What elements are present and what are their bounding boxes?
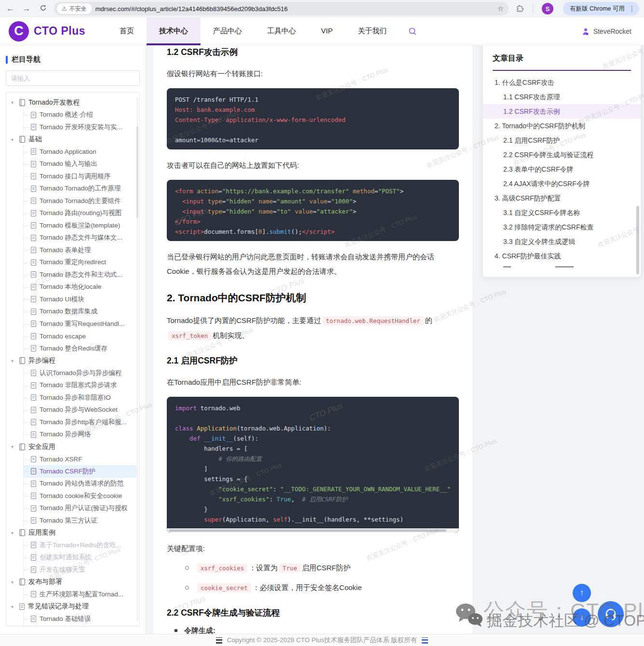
tree-group[interactable]: ▾异步编程 xyxy=(9,355,136,367)
horizontal-scrollbar[interactable] xyxy=(167,528,459,533)
tree-item[interactable]: 基于Tornado+Redis的贪吃... xyxy=(24,539,136,552)
tree-item-label: Tornado UI模块 xyxy=(40,295,84,304)
nav-item[interactable]: 首页 xyxy=(107,17,147,45)
url-text[interactable]: mdrsec.com/#/ctoplus_article/12a4146b6b8… xyxy=(95,5,491,13)
tree-group[interactable]: ▾发布与部署 xyxy=(9,576,136,589)
tree-item[interactable]: Tornado 重写RequestHandl... xyxy=(24,318,136,330)
tree-item-label: Tornado 本地化locale xyxy=(40,283,101,291)
scrollbar-thumb[interactable] xyxy=(169,529,446,532)
nav-item[interactable]: 技术中心 xyxy=(147,17,201,45)
toc-item[interactable]: 1.2 CSRF攻击示例 xyxy=(483,104,641,119)
scroll-top-button[interactable]: ↑ xyxy=(573,584,591,602)
code-token: # 启用CSRF防护 xyxy=(302,496,348,503)
page-icon xyxy=(31,198,36,204)
tree-item[interactable]: 认识Tornado异步与异步编程 xyxy=(24,367,136,379)
toc-item[interactable]: 3.1 自定义CSRF令牌名称 xyxy=(483,205,641,220)
toolbar-divider xyxy=(533,4,533,13)
toc-item[interactable]: 1.1 CSRF攻击原理 xyxy=(483,90,641,104)
tree-group[interactable]: ▾Tornado开发教程 xyxy=(9,96,136,109)
site-logo[interactable]: C CTO Plus xyxy=(0,21,107,41)
profile-avatar[interactable]: S xyxy=(542,3,553,14)
tree-item[interactable]: Tornado 数据库集成 xyxy=(24,306,136,318)
wechat-icon[interactable] xyxy=(455,602,485,630)
scroll-bottom-button[interactable]: ↓ xyxy=(573,608,591,627)
tree-item[interactable]: Tornado 输入与输出 xyxy=(24,158,136,171)
tree-item[interactable]: Tornado 第三方认证 xyxy=(24,514,136,527)
tree-item[interactable]: Tornado XSRF xyxy=(24,453,136,466)
sidebar-scrollbar-thumb[interactable] xyxy=(136,126,138,218)
tree-item[interactable]: Tornado 异步和非阻塞IO xyxy=(24,391,136,404)
browser-menu-icon[interactable]: ⋮ xyxy=(629,5,635,13)
logo-icon: C xyxy=(9,21,29,41)
customer-service-button[interactable] xyxy=(598,601,624,627)
page-icon xyxy=(31,542,36,548)
tree-item[interactable]: Tornado 静态文件和主动式... xyxy=(24,269,136,281)
tree-group[interactable]: ▾应用案例 xyxy=(9,527,136,539)
tree-item[interactable]: Tornado 静态文件与媒体文... xyxy=(24,232,136,244)
tree-item[interactable]: Tornado 重定向redirect xyxy=(24,256,136,269)
tree-group-label: Tornado开发教程 xyxy=(28,98,80,107)
toc-item[interactable]: 3. 高级CSRF防护配置 xyxy=(483,191,641,205)
chrome-update-button[interactable]: 有新版 Chrome 可用⋮ xyxy=(563,2,639,15)
back-icon[interactable]: ← xyxy=(5,4,15,13)
tree-item[interactable]: Tornado Tornado的主要组件 xyxy=(24,195,136,207)
nav-item[interactable]: VIP xyxy=(309,17,345,45)
nav-item[interactable]: 关于我们 xyxy=(345,17,399,45)
tree-item[interactable]: Tornado 本地化locale xyxy=(24,281,136,294)
tree-group[interactable]: ▾基础 xyxy=(9,134,136,146)
user-menu[interactable]: SteveRocket xyxy=(581,27,644,36)
address-bar[interactable]: ⚠不安全 mdrsec.com/#/ctoplus_article/12a414… xyxy=(54,2,509,15)
tree-item[interactable]: Tornado escape xyxy=(24,330,136,343)
reload-icon[interactable] xyxy=(38,4,48,13)
tree-item[interactable]: Tornado 异步与WebSocket xyxy=(24,404,136,417)
tree-item[interactable]: Tornado UI模块 xyxy=(24,293,136,306)
tree-item[interactable]: Tornado 路由(routing)与视图 xyxy=(24,207,136,220)
header-search[interactable] xyxy=(408,27,417,36)
tree-group[interactable]: ▾常见错误记录与处理 xyxy=(9,601,136,613)
tree-item[interactable]: Tornado 非阻塞式异步请求 xyxy=(24,379,136,392)
tree-item[interactable]: Tornado Tornado的工作原理 xyxy=(24,183,136,195)
code-line: def __init__(self): xyxy=(175,433,451,444)
tree-children: Tornado 基础错误 xyxy=(23,613,136,625)
forward-icon[interactable]: → xyxy=(21,4,32,13)
toc-item[interactable]: 3.3 自定义令牌生成逻辑 xyxy=(483,234,641,249)
tree-item[interactable]: Tornado CSRF防护 xyxy=(24,465,136,478)
toc-item[interactable]: 2. Tornado中的CSRF防护机制 xyxy=(483,119,641,133)
bookmark-star-icon[interactable]: ☆ xyxy=(495,4,507,13)
code-block: import tornado.web class Application(tor… xyxy=(167,397,459,533)
tree-item[interactable]: 开发在线聊天室 xyxy=(24,564,136,576)
extensions-icon[interactable] xyxy=(516,5,524,13)
tree-item-label: Tornado 异步网络 xyxy=(40,430,91,439)
tree-item[interactable]: Tornado 异步网络 xyxy=(24,429,136,441)
code-token xyxy=(175,198,182,205)
sidebar-search-input[interactable] xyxy=(6,70,140,86)
tree-item[interactable]: 创建实时通知系统 xyxy=(24,552,136,564)
tree-item[interactable]: Tornado 整合Redis缓存 xyxy=(24,342,136,355)
toc-item[interactable]: 2.2 CSRF令牌生成与验证流程 xyxy=(483,148,641,162)
tree-item[interactable]: Tornado 用户认证(验证)与授权 xyxy=(24,502,136,515)
tree-item[interactable]: Tornado 跨站伪造请求的防范 xyxy=(24,478,136,490)
tree-item[interactable]: Tornado Application xyxy=(24,146,136,158)
tree-group[interactable]: ▾安全应用 xyxy=(9,441,136,453)
nav-item[interactable]: 工具中心 xyxy=(255,17,309,45)
tree-item[interactable]: 生产环境部署与配置Tornad... xyxy=(24,588,136,601)
sidebar-title-text: 栏目导航 xyxy=(12,55,40,64)
toc-scrollbar-thumb[interactable] xyxy=(636,206,639,274)
toc-item[interactable]: 2.1 启用CSRF防护 xyxy=(483,133,641,148)
tree-item[interactable]: Tornado 开发环境安装与实... xyxy=(24,121,136,134)
tree-item[interactable]: Tornado 表单处理 xyxy=(24,244,136,256)
toc-item[interactable]: 3.2 排除特定请求的CSRF检查 xyxy=(483,220,641,234)
tree-item[interactable]: Tornado 异步http客户端和服... xyxy=(24,416,136,429)
tree-item[interactable]: Tornado cookie和安全cookie xyxy=(24,490,136,502)
toc-item[interactable]: 2.3 表单中的CSRF令牌 xyxy=(483,162,641,176)
security-badge[interactable]: ⚠不安全 xyxy=(57,3,92,14)
toc-item[interactable]: 2.4 AJAX请求中的CSRF令牌 xyxy=(483,176,641,191)
tree-item[interactable]: Tornado 基础错误 xyxy=(24,613,136,625)
toc-item[interactable]: 4. CSRF防护最佳实践 xyxy=(483,249,641,263)
code-token: 0 xyxy=(258,228,262,235)
tree-item[interactable]: Tornado 概述·介绍 xyxy=(24,109,136,121)
nav-item[interactable]: 产品中心 xyxy=(201,17,255,45)
tree-item[interactable]: Tornado 模板渲染(template) xyxy=(24,219,136,232)
tree-item[interactable]: Tornado 接口与调用顺序 xyxy=(24,170,136,183)
toc-item[interactable]: 1. 什么是CSRF攻击 xyxy=(483,75,641,90)
